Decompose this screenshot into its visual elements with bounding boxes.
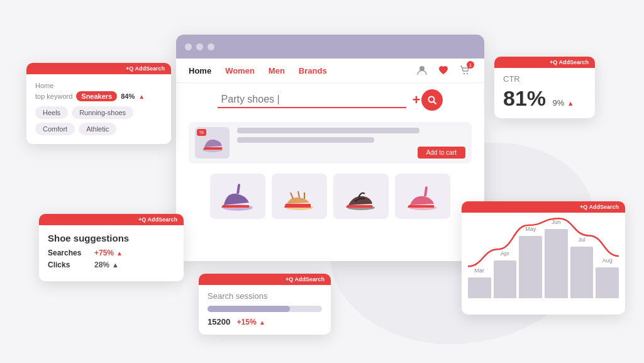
svg-point-2 bbox=[467, 73, 468, 74]
chart-label-Jul: Jul bbox=[578, 237, 586, 243]
widget-ctr-body: CTR 81% 9% ▲ bbox=[494, 68, 595, 118]
chart-bar-Jul: Jul bbox=[570, 247, 594, 299]
browser-nav: Home Women Men Brands 1 bbox=[176, 59, 484, 83]
browser-window: Home Women Men Brands 1 + bbox=[176, 35, 484, 261]
clicks-arrow: ▲ bbox=[112, 261, 119, 269]
search-input[interactable] bbox=[218, 92, 406, 108]
chart-label-Jun: Jun bbox=[552, 219, 561, 225]
shoe-grid bbox=[189, 170, 472, 223]
featured-product-image: % bbox=[195, 127, 230, 159]
user-icon-btn[interactable] bbox=[415, 64, 429, 77]
searches-value: +75% bbox=[94, 249, 114, 257]
heart-icon-btn[interactable] bbox=[436, 64, 450, 77]
ctr-arrow: ▲ bbox=[567, 99, 574, 107]
svg-line-9 bbox=[298, 191, 299, 198]
keyword-badge: Sneakers bbox=[76, 91, 117, 101]
clicks-label: Clicks bbox=[48, 260, 92, 269]
cart-badge: 1 bbox=[467, 61, 474, 69]
searches-arrow: ▲ bbox=[116, 250, 123, 257]
sale-tag: % bbox=[197, 129, 206, 136]
clicks-value: 28% bbox=[94, 260, 109, 269]
ctr-title: CTR bbox=[503, 74, 586, 84]
sessions-progress-bg bbox=[208, 306, 322, 312]
shoe-card-1[interactable] bbox=[210, 174, 265, 219]
browser-dot-3 bbox=[208, 43, 214, 50]
keyword-arrow: ▲ bbox=[138, 93, 145, 100]
shoe-card-2[interactable] bbox=[272, 174, 327, 219]
ctr-change: 9% bbox=[553, 98, 565, 108]
chart-label-May: May bbox=[525, 226, 536, 232]
clicks-row: Clicks 28% ▲ bbox=[48, 260, 175, 269]
widget-suggestions: +Q AddSearch Shoe suggestions Searches +… bbox=[39, 214, 184, 281]
widget-ctr: +Q AddSearch CTR 81% 9% ▲ bbox=[494, 57, 595, 118]
product-listing: % Add to cart bbox=[176, 117, 484, 228]
widget-sessions-header: +Q AddSearch bbox=[199, 274, 331, 285]
nav-women[interactable]: Women bbox=[225, 66, 255, 75]
chart-bar-Aug: Aug bbox=[596, 267, 619, 299]
nav-brands[interactable]: Brands bbox=[299, 66, 327, 75]
browser-dot-2 bbox=[196, 43, 203, 50]
svg-line-8 bbox=[291, 193, 293, 199]
sessions-arrow: ▲ bbox=[259, 319, 265, 326]
svg-point-1 bbox=[464, 73, 465, 74]
widget-home-brand: +Q AddSearch bbox=[126, 65, 165, 72]
nav-icons: 1 bbox=[415, 64, 472, 77]
nav-men[interactable]: Men bbox=[269, 66, 285, 75]
add-to-cart-button[interactable]: Add to cart bbox=[418, 147, 465, 159]
chart-label-Aug: Aug bbox=[602, 257, 613, 264]
widget-home: +Q AddSearch Home top keyword Sneakers 8… bbox=[26, 63, 171, 144]
shoe-card-4[interactable] bbox=[395, 174, 450, 219]
keyword-label: top keyword bbox=[35, 92, 72, 100]
widget-sessions: +Q AddSearch Search sessions 15200 +15% … bbox=[199, 274, 331, 335]
widget-home-header: +Q AddSearch bbox=[26, 63, 171, 74]
chart-bar-Mar: Mar bbox=[468, 277, 491, 298]
widget-sessions-brand: +Q AddSearch bbox=[286, 276, 325, 282]
product-featured: % Add to cart bbox=[189, 122, 472, 164]
widget-chart: +Q AddSearch MarAprMayJunJulAug bbox=[462, 201, 625, 315]
ctr-value: 81% bbox=[503, 86, 546, 110]
tag-comfort[interactable]: Comfort bbox=[35, 123, 75, 135]
tag-heels[interactable]: Heels bbox=[35, 106, 68, 119]
widget-chart-brand: +Q AddSearch bbox=[580, 204, 619, 210]
browser-dot-1 bbox=[185, 43, 192, 50]
browser-search-bar: + bbox=[176, 83, 484, 117]
search-icon bbox=[421, 89, 443, 111]
tag-running[interactable]: Running-shoes bbox=[72, 106, 133, 119]
widget-sessions-body: Search sessions 15200 +15% ▲ bbox=[199, 285, 331, 335]
chart-bar-Jun: Jun bbox=[545, 229, 568, 298]
widget-suggestions-header: +Q AddSearch bbox=[39, 214, 184, 225]
sessions-pct: +15% bbox=[237, 318, 257, 327]
searches-row: Searches +75% ▲ bbox=[48, 249, 175, 257]
widget-chart-body: MarAprMayJunJulAug bbox=[462, 213, 625, 307]
featured-content: Add to cart bbox=[237, 128, 465, 159]
widget-suggestions-brand: +Q AddSearch bbox=[138, 216, 177, 223]
widget-chart-header: +Q AddSearch bbox=[462, 201, 625, 213]
widget-ctr-header: +Q AddSearch bbox=[494, 57, 595, 68]
svg-line-4 bbox=[434, 102, 436, 104]
shoe-card-3[interactable] bbox=[333, 174, 389, 219]
search-plus-button[interactable]: + bbox=[413, 89, 443, 111]
browser-titlebar bbox=[176, 35, 484, 59]
widget-home-body: Home top keyword Sneakers 84% ▲ Heels Ru… bbox=[26, 74, 171, 144]
searches-label: Searches bbox=[48, 249, 92, 257]
sessions-title: Search sessions bbox=[208, 291, 322, 301]
keyword-pct: 84% bbox=[121, 92, 135, 100]
chart-bar-Apr: Apr bbox=[494, 260, 517, 299]
sessions-value: 15200 bbox=[208, 317, 230, 327]
widget-suggestions-body: Shoe suggestions Searches +75% ▲ Clicks … bbox=[39, 225, 184, 281]
keyword-row: top keyword Sneakers 84% ▲ bbox=[35, 91, 162, 101]
nav-home[interactable]: Home bbox=[189, 66, 211, 75]
sessions-progress-fill bbox=[208, 306, 290, 312]
product-desc-bar bbox=[237, 137, 374, 143]
product-name-bar bbox=[237, 128, 419, 133]
cart-icon-btn[interactable]: 1 bbox=[458, 64, 472, 77]
widget-ctr-brand: +Q AddSearch bbox=[550, 59, 589, 65]
widget-home-subtitle: Home bbox=[35, 82, 162, 89]
chart-container: MarAprMayJunJulAug bbox=[468, 218, 619, 298]
chart-label-Mar: Mar bbox=[475, 267, 485, 274]
suggestions-title: Shoe suggestions bbox=[48, 233, 175, 243]
chart-bar-May: May bbox=[519, 236, 542, 298]
chart-label-Apr: Apr bbox=[501, 250, 509, 257]
tags-row: Heels Running-shoes Comfort Athletic bbox=[35, 106, 162, 135]
tag-athletic[interactable]: Athletic bbox=[79, 123, 116, 135]
